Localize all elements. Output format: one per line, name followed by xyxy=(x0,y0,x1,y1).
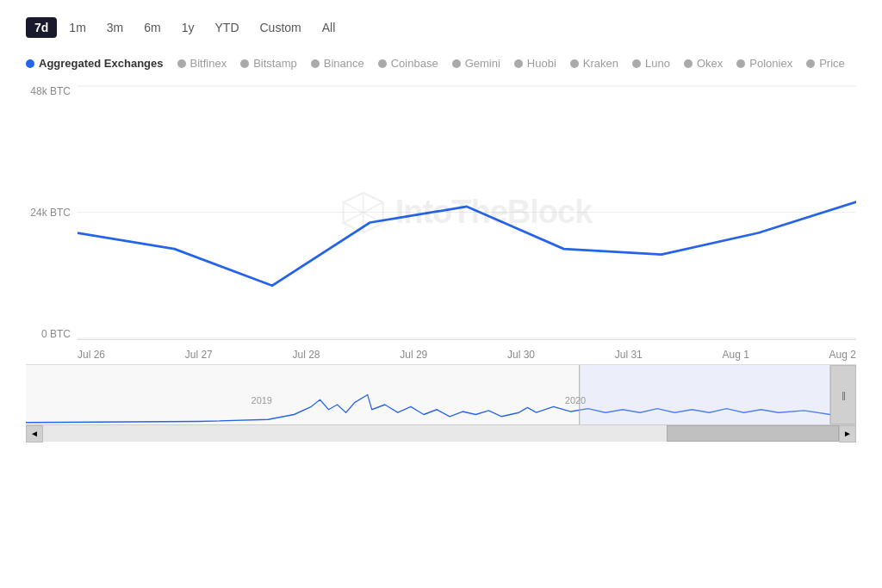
y-axis-labels: 48k BTC24k BTC0 BTC xyxy=(26,85,78,361)
x-label-aug-2: Aug 2 xyxy=(829,349,856,361)
time-btn-3m[interactable]: 3m xyxy=(98,17,132,38)
mini-chart-svg xyxy=(26,365,830,424)
legend-dot-aggregated-exchanges xyxy=(26,59,34,68)
legend-dot-luno xyxy=(632,59,641,68)
legend-item-coinbase[interactable]: Coinbase xyxy=(378,53,438,73)
legend-item-luno[interactable]: Luno xyxy=(632,53,670,73)
y-label-0-btc: 0 BTC xyxy=(26,328,78,340)
mini-year-label-2019: 2019 xyxy=(252,395,272,405)
svg-rect-8 xyxy=(580,365,830,424)
time-btn-all[interactable]: All xyxy=(314,17,345,38)
legend-dot-coinbase xyxy=(378,59,387,68)
watermark-logo-icon xyxy=(342,191,385,234)
watermark-text: IntoTheBlock xyxy=(395,194,593,231)
legend-dot-binance xyxy=(311,59,320,68)
time-btn-7d[interactable]: 7d xyxy=(26,17,57,38)
chart-legend: Aggregated ExchangesBitfinexBitstampBina… xyxy=(26,53,856,73)
time-btn-ytd[interactable]: YTD xyxy=(207,17,248,38)
x-label-jul-30: Jul 30 xyxy=(507,349,535,361)
x-label-jul-27: Jul 27 xyxy=(185,349,213,361)
time-btn-custom[interactable]: Custom xyxy=(252,17,310,38)
legend-label-price: Price xyxy=(819,53,845,73)
scroll-left-arrow-icon: ◄ xyxy=(30,429,39,438)
scroll-handle[interactable]: || xyxy=(830,365,856,424)
y-label-48k-btc: 48k BTC xyxy=(26,85,78,97)
mini-chart-container: 2019 2020 || ◄ ► xyxy=(26,364,856,442)
legend-item-bitstamp[interactable]: Bitstamp xyxy=(240,53,297,73)
chart-area: IntoTheBlock xyxy=(78,85,856,340)
time-btn-1y[interactable]: 1y xyxy=(173,17,203,38)
legend-dot-gemini xyxy=(452,59,461,68)
time-range-selector: 7d1m3m6m1yYTDCustomAll xyxy=(26,17,856,38)
x-label-jul-26: Jul 26 xyxy=(78,349,105,361)
legend-dot-okex xyxy=(684,59,693,68)
legend-label-luno: Luno xyxy=(645,53,670,73)
scroll-handle-icon: || xyxy=(842,390,845,400)
time-btn-1m[interactable]: 1m xyxy=(60,17,94,38)
legend-item-aggregated-exchanges[interactable]: Aggregated Exchanges xyxy=(26,53,164,73)
legend-dot-bitfinex xyxy=(177,59,186,68)
mini-year-label-2020: 2020 xyxy=(565,395,586,405)
legend-label-binance: Binance xyxy=(324,53,364,73)
legend-item-bitfinex[interactable]: Bitfinex xyxy=(177,53,227,73)
legend-label-huobi: Huobi xyxy=(527,53,556,73)
legend-label-bitstamp: Bitstamp xyxy=(253,53,297,73)
legend-item-poloniex[interactable]: Poloniex xyxy=(736,53,792,73)
legend-item-price[interactable]: Price xyxy=(806,53,845,73)
scroll-track[interactable] xyxy=(43,425,839,442)
legend-dot-kraken xyxy=(570,59,579,68)
x-label-jul-28: Jul 28 xyxy=(293,349,320,361)
scrollbar: ◄ ► xyxy=(26,424,856,442)
x-label-jul-29: Jul 29 xyxy=(400,349,427,361)
scroll-right-button[interactable]: ► xyxy=(839,425,856,443)
legend-label-gemini: Gemini xyxy=(465,53,500,73)
scroll-right-arrow-icon: ► xyxy=(843,429,852,438)
legend-item-kraken[interactable]: Kraken xyxy=(570,53,618,73)
legend-label-okex: Okex xyxy=(697,53,723,73)
mini-chart-inner: 2019 2020 xyxy=(26,365,830,424)
main-container: 7d1m3m6m1yYTDCustomAll Aggregated Exchan… xyxy=(0,0,882,588)
legend-item-binance[interactable]: Binance xyxy=(311,53,364,73)
scroll-left-button[interactable]: ◄ xyxy=(26,425,43,443)
legend-dot-price xyxy=(806,59,815,68)
legend-dot-huobi xyxy=(514,59,523,68)
y-label-24k-btc: 24k BTC xyxy=(26,207,78,219)
legend-label-bitfinex: Bitfinex xyxy=(190,53,227,73)
legend-label-coinbase: Coinbase xyxy=(391,53,438,73)
watermark: IntoTheBlock xyxy=(342,191,593,234)
legend-label-aggregated-exchanges: Aggregated Exchanges xyxy=(39,53,164,73)
legend-item-huobi[interactable]: Huobi xyxy=(514,53,556,73)
scroll-thumb[interactable] xyxy=(667,425,839,442)
legend-item-okex[interactable]: Okex xyxy=(684,53,723,73)
x-axis-labels: Jul 26Jul 27Jul 28Jul 29Jul 30Jul 31Aug … xyxy=(78,340,856,361)
legend-item-gemini[interactable]: Gemini xyxy=(452,53,500,73)
legend-dot-bitstamp xyxy=(240,59,249,68)
x-label-aug-1: Aug 1 xyxy=(723,349,749,361)
legend-label-poloniex: Poloniex xyxy=(749,53,792,73)
main-chart-wrapper: 48k BTC24k BTC0 BTC IntoTheBlock xyxy=(26,85,856,361)
legend-dot-poloniex xyxy=(736,59,745,68)
time-btn-6m[interactable]: 6m xyxy=(135,17,169,38)
x-label-jul-31: Jul 31 xyxy=(615,349,643,361)
legend-label-kraken: Kraken xyxy=(583,53,618,73)
